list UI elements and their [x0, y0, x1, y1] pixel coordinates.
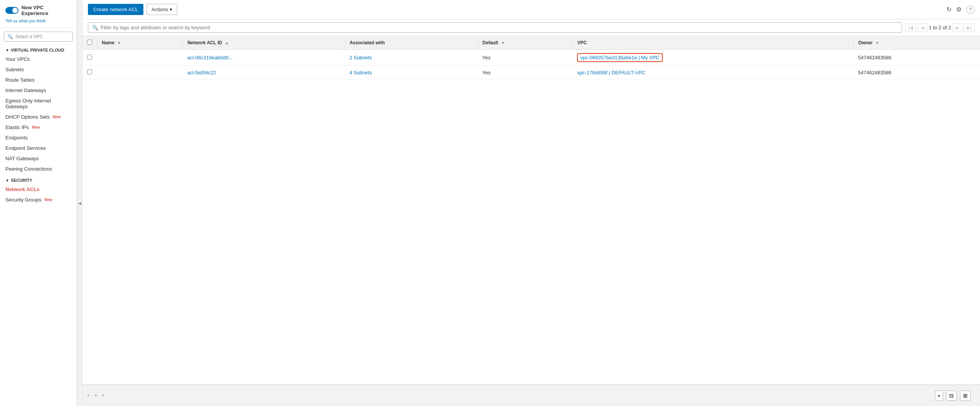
bottom-bar: • • • ▪ ⊟ ⊞	[83, 384, 980, 406]
sidebar-item-route-tables[interactable]: Route Tables	[0, 75, 77, 85]
row1-subnets-link[interactable]: 2 Subnets	[349, 55, 372, 60]
sidebar-item-subnets[interactable]: Subnets	[0, 64, 77, 75]
elastic-ips-new-badge: New	[32, 125, 40, 129]
bottom-icon-3[interactable]: ⊞	[960, 391, 971, 401]
row1-acl-id: acl-08c319eab0d0...	[183, 50, 345, 66]
new-vpc-toggle: New VPC Experience	[5, 5, 71, 16]
row1-acl-id-link[interactable]: acl-08c319eab0d0...	[187, 55, 233, 60]
security-section: ▼ SECURITY ← Network ACLs Security Group…	[0, 174, 77, 205]
search-bar: 🔍 |◀ ◀ 1 to 2 of 2 ▶ ▶|	[83, 19, 980, 36]
dhcp-new-badge: New	[53, 115, 61, 119]
security-arrow-icon: ▼	[5, 178, 9, 183]
row1-name	[97, 50, 183, 66]
sidebar-item-your-vpcs[interactable]: Your VPCs	[0, 54, 77, 64]
search-icon: 🔍	[7, 34, 13, 39]
sidebar-header: New VPC Experience Tell us what you thin…	[0, 0, 77, 28]
table-body: → acl-08c319eab0d0... 2 Subnets Yes vpc-	[83, 50, 980, 79]
actions-chevron-icon: ▾	[170, 7, 172, 12]
th-acl-id[interactable]: Network ACL ID ▲	[183, 36, 345, 50]
vpc-selector[interactable]: 🔍 Select a VPC	[4, 32, 73, 42]
table-header: Name ▼ Network ACL ID ▲ Associated with …	[83, 36, 980, 50]
page-last-button[interactable]: ▶|	[964, 23, 975, 32]
page-range: 1 to 2 of 2	[929, 25, 951, 30]
toggle-switch[interactable]	[5, 7, 19, 14]
row2-owner: 547462483586	[854, 66, 980, 79]
row2-vpc-link[interactable]: vpc-176dd56f | DEFAULT-VPC	[577, 70, 645, 75]
main-content: Create network ACL Actions ▾ ↻ ⚙ ? 🔍 |◀ …	[83, 0, 980, 406]
th-vpc[interactable]: VPC	[573, 36, 854, 50]
vpc-section: ▼ VIRTUAL PRIVATE CLOUD Your VPCs Subnet…	[0, 44, 77, 174]
th-associated-with[interactable]: Associated with	[345, 36, 478, 50]
vpc-section-arrow: ▼	[5, 48, 9, 52]
sidebar-item-network-acls[interactable]: Network ACLs	[0, 184, 77, 195]
page-prev-button[interactable]: ◀	[918, 23, 927, 32]
security-section-title: ▼ SECURITY ←	[0, 174, 77, 184]
actions-button[interactable]: Actions ▾	[146, 4, 177, 15]
sidebar: New VPC Experience Tell us what you thin…	[0, 0, 77, 406]
bottom-icon-2[interactable]: ⊟	[946, 391, 957, 401]
sidebar-nav: ▼ VIRTUAL PRIVATE CLOUD Your VPCs Subnet…	[0, 44, 77, 406]
row2-associated-with: 4 Subnets	[345, 66, 478, 79]
bottom-dots: • • •	[87, 392, 106, 400]
row1-owner: 547462483586	[854, 50, 980, 66]
row1-associated-with: 2 Subnets	[345, 50, 478, 66]
row1-default: Yes	[478, 50, 573, 66]
page-next-button[interactable]: ▶	[953, 23, 962, 32]
row1-vpc: vpc-068357ba3136a6e1e | My VPC	[573, 50, 854, 66]
search-magnifier-icon: 🔍	[92, 25, 98, 30]
row2-acl-id: acl-5a5f4c22	[183, 66, 345, 79]
th-owner[interactable]: Owner ▼	[854, 36, 980, 50]
collapse-handle[interactable]: ◀	[77, 0, 83, 406]
new-vpc-title: New VPC Experience	[22, 5, 71, 16]
sidebar-item-peering-connections[interactable]: Peering Connections	[0, 164, 77, 174]
table-row: → acl-08c319eab0d0... 2 Subnets Yes vpc-	[83, 50, 980, 66]
row2-acl-id-link[interactable]: acl-5a5f4c22	[187, 70, 216, 75]
sidebar-item-egress-gateways[interactable]: Egress Only Internet Gateways	[0, 96, 77, 112]
toolbar-icons: ↻ ⚙ ?	[946, 5, 975, 14]
row2-name	[97, 66, 183, 79]
refresh-icon[interactable]: ↻	[946, 6, 951, 13]
sidebar-item-elastic-ips[interactable]: Elastic IPs New	[0, 122, 77, 133]
bottom-icons: ▪ ⊟ ⊞	[930, 388, 975, 404]
sidebar-item-internet-gateways[interactable]: Internet Gateways	[0, 85, 77, 96]
th-checkbox[interactable]	[83, 36, 97, 50]
vpc-selector-text: Select a VPC	[15, 34, 43, 39]
table-row: acl-5a5f4c22 4 Subnets Yes vpc-176dd56f …	[83, 66, 980, 79]
vpc-section-title: ▼ VIRTUAL PRIVATE CLOUD	[0, 44, 77, 54]
row2-vpc: vpc-176dd56f | DEFAULT-VPC	[573, 66, 854, 79]
toolbar: Create network ACL Actions ▾ ↻ ⚙ ?	[83, 0, 980, 19]
row1-vpc-link[interactable]: vpc-068357ba3136a6e1e | My VPC	[577, 53, 663, 62]
security-groups-new-badge: New	[44, 198, 52, 202]
row2-default: Yes	[478, 66, 573, 79]
sidebar-item-nat-gateways[interactable]: NAT Gateways	[0, 153, 77, 164]
search-input-wrapper: 🔍	[88, 22, 902, 33]
pagination: |◀ ◀ 1 to 2 of 2 ▶ ▶|	[905, 23, 975, 32]
help-icon[interactable]: ?	[966, 5, 975, 14]
row2-checkbox-cell[interactable]	[83, 66, 97, 79]
row2-checkbox[interactable]	[87, 69, 92, 74]
th-name[interactable]: Name ▼	[97, 36, 183, 50]
page-first-button[interactable]: |◀	[905, 23, 916, 32]
sidebar-item-dhcp-options[interactable]: DHCP Options Sets New	[0, 112, 77, 122]
row1-checkbox[interactable]	[87, 55, 92, 60]
table-container: Name ▼ Network ACL ID ▲ Associated with …	[83, 36, 980, 384]
name-sort-icon: ▼	[117, 41, 121, 45]
owner-sort-icon: ▼	[876, 41, 879, 45]
create-network-acl-button[interactable]: Create network ACL	[88, 4, 143, 15]
tell-us-link[interactable]: Tell us what you think	[5, 18, 46, 23]
settings-icon[interactable]: ⚙	[956, 6, 961, 13]
bottom-icon-1[interactable]: ▪	[935, 391, 943, 401]
default-sort-icon: ▼	[501, 41, 505, 45]
sidebar-item-security-groups[interactable]: Security Groups New	[0, 195, 77, 205]
network-acl-table: Name ▼ Network ACL ID ▲ Associated with …	[83, 36, 980, 79]
acl-id-sort-icon: ▲	[225, 41, 229, 45]
th-default[interactable]: Default ▼	[478, 36, 573, 50]
select-all-checkbox[interactable]	[87, 40, 92, 45]
sidebar-item-endpoints[interactable]: Endpoints	[0, 133, 77, 143]
sidebar-item-endpoint-services[interactable]: Endpoint Services	[0, 143, 77, 153]
search-input[interactable]	[101, 25, 898, 30]
row2-subnets-link[interactable]: 4 Subnets	[349, 70, 372, 75]
row1-checkbox-cell[interactable]: →	[83, 50, 97, 66]
